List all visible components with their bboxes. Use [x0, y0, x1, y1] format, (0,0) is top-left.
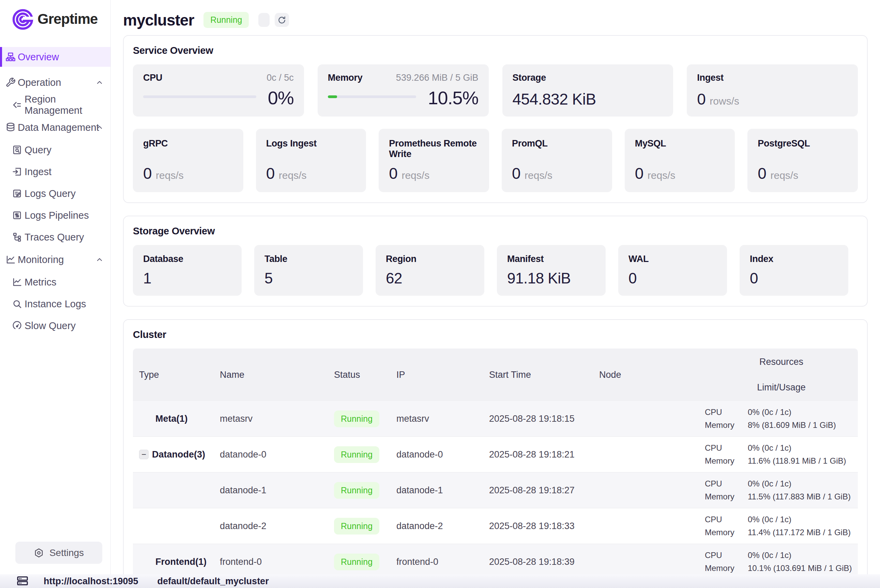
table-card: Table 5 — [254, 245, 363, 296]
page-header: mycluster Running — [123, 0, 868, 35]
col-start-time: Start Time — [489, 370, 599, 380]
sidebar-item-logs-pipelines[interactable]: Logs Pipelines — [0, 204, 110, 226]
greptime-logo-icon — [12, 7, 34, 31]
sidebar-item-region-management[interactable]: Region Management — [0, 94, 110, 116]
row-start-time: 2025-08-28 19:18:27 — [489, 485, 599, 496]
sidebar-item-ingest[interactable]: Ingest — [0, 161, 110, 183]
col-name: Name — [220, 370, 334, 380]
promql-card: PromQL 0reqs/s — [502, 129, 612, 192]
collapse-datanode-group-button[interactable]: − — [139, 450, 149, 459]
sidebar-item-instance-logs[interactable]: Instance Logs — [0, 293, 110, 315]
row-resources: CPU0% (0c / 1c) Memory11.5% (117.883 MiB… — [705, 479, 858, 501]
sidebar-item-logs-query[interactable]: Logs Query — [0, 183, 110, 204]
row-resources: CPU0% (0c / 1c) Memory8% (81.609 MiB / 1… — [705, 408, 858, 430]
row-ip: metasrv — [396, 414, 489, 424]
ingest-card: Ingest 0 rows/s — [687, 64, 858, 117]
row-resources: CPU0% (0c / 1c) Memory11.4% (117.172 MiB… — [705, 515, 858, 537]
sidebar-item-label: Slow Query — [24, 320, 76, 332]
sidebar-nav: Overview Operation Region Management Dat… — [0, 47, 110, 337]
col-status: Status — [334, 370, 396, 380]
row-name: frontend-0 — [220, 556, 334, 567]
tree-icon — [12, 232, 22, 242]
sidebar-item-label: Region Management — [24, 94, 110, 116]
row-name: datanode-1 — [220, 485, 334, 496]
ingest-value: 0 — [697, 90, 706, 108]
postgresql-card-title: PostgreSQL — [758, 138, 848, 149]
sidebar-item-data-management[interactable]: Data Management — [0, 116, 110, 139]
logs-ingest-value: 0 — [266, 164, 275, 183]
memory-usage: 11.5% (117.883 MiB / 1 GiB) — [748, 492, 858, 501]
col-resources-label: Resources — [705, 357, 858, 367]
mysql-unit: reqs/s — [647, 170, 676, 181]
sidebar-item-slow-query[interactable]: Slow Query — [0, 315, 110, 337]
page-title: mycluster — [123, 11, 194, 29]
postgresql-card: PostgreSQL 0reqs/s — [748, 129, 858, 192]
row-name: metasrv — [220, 414, 334, 424]
sidebar-item-traces-query[interactable]: Traces Query — [0, 226, 110, 248]
refresh-icon — [278, 16, 286, 24]
sidebar-item-label: Data Management — [18, 122, 99, 133]
logs-ingest-card-title: Logs Ingest — [266, 138, 356, 149]
sidebar-item-operation[interactable]: Operation — [0, 71, 110, 94]
row-ip: datanode-0 — [396, 449, 489, 460]
col-node: Node — [599, 370, 705, 380]
chart-line-icon — [12, 277, 22, 287]
table-row-datanode-2: datanode-2 Running datanode-2 2025-08-28… — [133, 508, 858, 544]
memory-percent: 10.5% — [428, 87, 478, 108]
cpu-percent: 0% — [268, 87, 294, 108]
manifest-value: 91.18 KiB — [507, 270, 595, 287]
row-ip: datanode-2 — [396, 521, 489, 531]
sidebar-item-monitoring[interactable]: Monitoring — [0, 248, 110, 271]
wal-card: WAL 0 — [618, 245, 727, 296]
wrench-icon — [6, 77, 16, 87]
memory-usage: 11.4% (117.172 MiB / 1 GiB) — [748, 528, 858, 537]
main-content: mycluster Running Service Overview CPU 0… — [111, 0, 880, 574]
grpc-value: 0 — [143, 164, 152, 183]
prometheus-remote-write-card-title: Prometheus Remote Write — [389, 138, 479, 159]
refresh-button[interactable] — [275, 13, 289, 27]
sidebar-item-metrics[interactable]: Metrics — [0, 271, 110, 293]
settings-button[interactable]: Settings — [15, 542, 102, 564]
grpc-card: gRPC 0reqs/s — [133, 129, 243, 192]
cluster-title: Cluster — [133, 329, 858, 340]
sidebar-item-label: Traces Query — [24, 232, 84, 243]
row-status-badge: Running — [334, 554, 379, 570]
region-icon — [12, 100, 22, 110]
postgresql-unit: reqs/s — [770, 170, 798, 181]
row-name: datanode-2 — [220, 521, 334, 531]
sidebar-item-overview[interactable]: Overview — [0, 47, 110, 67]
row-type: Datanode(3) — [152, 449, 205, 460]
table-row-datanode-0: − Datanode(3) datanode-0 Running datanod… — [133, 437, 858, 472]
cpu-label: CPU — [705, 550, 748, 560]
table-value: 5 — [264, 270, 353, 287]
memory-limit: 539.266 MiB / 5 GiB — [396, 73, 479, 83]
manifest-card: Manifest 91.18 KiB — [497, 245, 606, 296]
sidebar-item-label: Overview — [18, 51, 59, 63]
storage-overview-title: Storage Overview — [133, 225, 858, 237]
cpu-label: CPU — [705, 515, 748, 524]
cluster-action-button[interactable] — [258, 13, 270, 27]
chevron-up-icon — [95, 255, 104, 264]
sidebar-item-label: Query — [24, 144, 51, 156]
cpu-usage: 0% (0c / 1c) — [748, 479, 858, 489]
memory-label: Memory — [705, 528, 748, 537]
sidebar-item-label: Metrics — [24, 277, 56, 288]
statusbar-path: default/default_mycluster — [158, 576, 269, 586]
memory-usage: 10.1% (103.691 MiB / 1 GiB) — [748, 564, 858, 573]
memory-label: Memory — [705, 456, 748, 466]
region-value: 62 — [386, 270, 474, 287]
gear-icon — [34, 548, 44, 558]
col-limit-usage-label: Limit/Usage — [705, 382, 858, 393]
row-type: Meta(1) — [155, 414, 188, 424]
row-status-badge: Running — [334, 518, 379, 534]
cpu-card: CPU 0c / 5c 0% — [133, 64, 304, 117]
row-start-time: 2025-08-28 19:18:21 — [489, 449, 599, 460]
memory-label: Memory — [705, 492, 748, 501]
cluster-status-badge: Running — [203, 12, 249, 28]
database-card-title: Database — [143, 254, 231, 264]
cpu-label: CPU — [705, 443, 748, 453]
sidebar-item-label: Logs Query — [24, 188, 76, 199]
wal-card-title: WAL — [628, 254, 717, 264]
sidebar-item-query[interactable]: Query — [0, 139, 110, 161]
cpu-usage: 0% (0c / 1c) — [748, 408, 858, 417]
